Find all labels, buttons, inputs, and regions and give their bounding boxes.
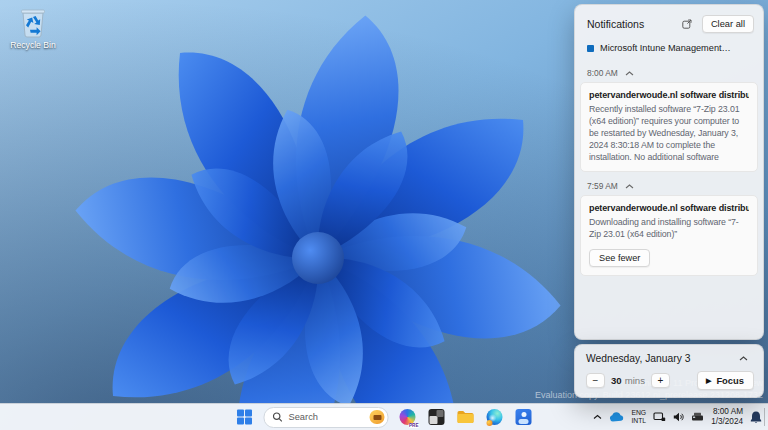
printer-icon bbox=[691, 412, 704, 422]
taskbar-center-group: Search PRE bbox=[235, 404, 534, 430]
notification-group-2: 7:59 AM petervanderwoude.nl software dis… bbox=[580, 175, 758, 276]
language-line2: INTL bbox=[631, 417, 646, 425]
search-placeholder: Search bbox=[289, 412, 364, 422]
focus-increase-button[interactable]: + bbox=[651, 373, 670, 388]
focus-decrease-button[interactable]: − bbox=[586, 373, 605, 388]
onedrive-tray-icon[interactable] bbox=[609, 412, 624, 422]
taskbar-item-copilot[interactable]: PRE bbox=[398, 407, 418, 427]
focus-start-button[interactable]: ▶ Focus bbox=[697, 371, 754, 390]
calendar-collapse-button[interactable] bbox=[732, 352, 754, 365]
bell-icon bbox=[750, 411, 762, 424]
notification-app-name: Microsoft Intune Management… bbox=[600, 43, 731, 53]
notification-card[interactable]: petervanderwoude.nl software distributio… bbox=[580, 82, 758, 172]
ethernet-network-icon bbox=[653, 412, 666, 423]
language-indicator[interactable]: ENG INTL bbox=[631, 409, 646, 424]
notification-body: Recently installed software “7-Zip 23.01… bbox=[589, 103, 749, 163]
calendar-date-label: Wednesday, January 3 bbox=[586, 353, 732, 364]
search-icon bbox=[273, 412, 283, 422]
notification-title: petervanderwoude.nl software distributio… bbox=[589, 203, 749, 213]
notification-title: petervanderwoude.nl software distributio… bbox=[589, 90, 749, 100]
clock-time: 8:00 AM bbox=[711, 407, 743, 417]
start-button[interactable] bbox=[235, 407, 255, 427]
notification-settings-button[interactable] bbox=[677, 14, 697, 33]
notification-group-2-time: 7:59 AM bbox=[587, 181, 618, 191]
notification-header: Notifications Clear all bbox=[575, 5, 763, 38]
recycle-bin-label: Recycle Bin bbox=[8, 40, 58, 50]
system-tray: ENG INTL bbox=[593, 404, 762, 430]
edge-badge bbox=[487, 420, 493, 426]
hidden-icons-button[interactable] bbox=[593, 414, 602, 420]
language-line1: ENG bbox=[631, 409, 646, 417]
settings-arrow-icon bbox=[682, 19, 692, 29]
taskbar: Search PRE bbox=[0, 403, 768, 430]
notification-group-1-header[interactable]: 8:00 AM bbox=[580, 62, 758, 82]
search-box[interactable]: Search bbox=[264, 407, 389, 428]
dark-app-icon bbox=[429, 409, 445, 425]
focus-controls: − 30mins + ▶ Focus bbox=[586, 371, 754, 390]
intune-app-icon bbox=[587, 45, 594, 52]
see-fewer-button[interactable]: See fewer bbox=[589, 249, 650, 267]
recycle-bin-icon bbox=[18, 6, 48, 38]
copilot-pre-badge: PRE bbox=[408, 423, 419, 429]
notification-group-1: 8:00 AM petervanderwoude.nl software dis… bbox=[580, 62, 758, 172]
notification-center-panel: Notifications Clear all Microsoft Intune… bbox=[574, 4, 764, 340]
collapse-chevron-icon[interactable] bbox=[625, 184, 634, 189]
notification-body: Downloading and installing software “7-Z… bbox=[589, 216, 749, 240]
speaker-icon bbox=[673, 412, 684, 422]
focus-duration-value: 30 bbox=[611, 375, 622, 386]
taskbar-item-dark-app[interactable] bbox=[427, 407, 447, 427]
show-desktop-button[interactable] bbox=[764, 408, 768, 426]
calendar-header: Wednesday, January 3 bbox=[586, 352, 754, 365]
chevron-up-icon bbox=[593, 414, 602, 420]
file-explorer-icon bbox=[457, 410, 475, 424]
taskbar-item-edge[interactable] bbox=[485, 407, 505, 427]
edge-browser-icon bbox=[487, 409, 503, 425]
taskbar-clock[interactable]: 8:00 AM 1/3/2024 bbox=[711, 407, 743, 427]
calendar-flyout: Wednesday, January 3 − 30mins + ▶ Focus bbox=[574, 344, 764, 398]
clear-all-button[interactable]: Clear all bbox=[702, 15, 754, 33]
notifications-title: Notifications bbox=[587, 18, 677, 30]
recycle-bin-shortcut[interactable]: Recycle Bin bbox=[8, 6, 58, 50]
windows-logo-icon bbox=[237, 409, 253, 425]
person-app-icon bbox=[516, 409, 532, 425]
notification-bell-button[interactable] bbox=[750, 411, 762, 424]
cloud-icon bbox=[609, 412, 624, 422]
printer-tray-icon[interactable] bbox=[691, 412, 704, 422]
notification-group-1-time: 8:00 AM bbox=[587, 68, 618, 78]
chevron-up-icon bbox=[739, 356, 748, 361]
focus-duration-unit: mins bbox=[625, 375, 645, 386]
taskbar-item-file-explorer[interactable] bbox=[456, 407, 476, 427]
focus-duration: 30mins bbox=[611, 375, 645, 386]
network-tray-icon[interactable] bbox=[653, 412, 666, 423]
desktop: Recycle Bin Windows 11 Pro Insider Previ… bbox=[0, 0, 768, 430]
notification-app-group[interactable]: Microsoft Intune Management… bbox=[575, 38, 763, 62]
clock-date: 1/3/2024 bbox=[711, 417, 743, 427]
focus-button-label: Focus bbox=[716, 375, 744, 386]
notification-group-2-header[interactable]: 7:59 AM bbox=[580, 175, 758, 195]
notification-card[interactable]: petervanderwoude.nl software distributio… bbox=[580, 195, 758, 276]
taskbar-item-person-app[interactable] bbox=[514, 407, 534, 427]
play-icon: ▶ bbox=[706, 377, 711, 384]
collapse-chevron-icon[interactable] bbox=[625, 71, 634, 76]
search-highlight-icon bbox=[370, 410, 385, 424]
volume-tray-icon[interactable] bbox=[673, 412, 684, 422]
